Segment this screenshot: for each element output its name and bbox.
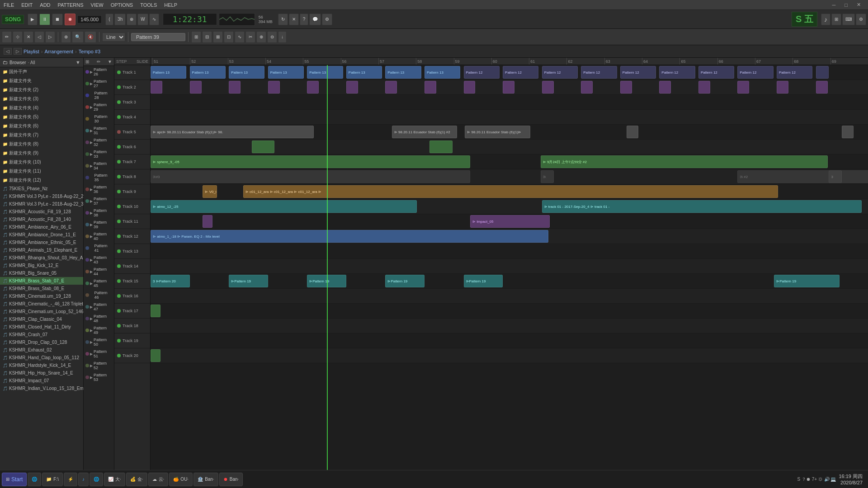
nav-back[interactable]: ◁	[4, 48, 12, 55]
pattern-block-track5-1[interactable]: ⊳ 98.20.11 Ecuador Stab (6)(1) #2	[392, 126, 457, 138]
tb-settings[interactable]: ⚙	[322, 14, 332, 25]
pattern-block-track2-6[interactable]	[385, 81, 397, 94]
sidebar-item-24[interactable]: 🎵KSHMR_Big_Snare_05	[0, 269, 83, 277]
sidebar-item-21[interactable]: 🎵KSHMR_Animals_19_Elephant_E	[0, 246, 83, 254]
taskbar-files[interactable]: 📁 F:\	[42, 473, 63, 486]
pattern-block-track12-0[interactable]: ⊳ atmo_1_-18 ⊳ Param. EQ 2 - Mix level	[151, 230, 548, 243]
pattern-item-47[interactable]: ▶Pattern 47	[84, 301, 114, 313]
pattern-item-45[interactable]: ▶Pattern 45	[84, 277, 114, 289]
bpm-display[interactable]: 145.000	[77, 15, 102, 23]
sidebar-item-2[interactable]: 📁新建文件夹 (2)	[0, 85, 83, 94]
sidebar-item-29[interactable]: 🎵KSHMR_Cinemati.um_Loop_52_146	[0, 308, 83, 315]
sidebar-item-34[interactable]: 🎵KSHMR_Exhaust_02	[0, 346, 83, 354]
track-row-19[interactable]	[151, 333, 868, 348]
menu-tools[interactable]: TOOLS	[137, 2, 160, 8]
zoom-btn[interactable]: 🔍	[72, 31, 84, 43]
tb-cut[interactable]: ✕	[289, 14, 299, 25]
pattern-block-track2-12[interactable]	[620, 81, 632, 94]
track-row-7[interactable]: ⊳ sphere_9_-05⊳ 9月24日 上午7点59分 #2	[151, 155, 868, 169]
arrangement-tracks[interactable]: Pattern 13Pattern 13Pattern 13Pattern 13…	[151, 65, 868, 470]
pattern-block-track6-0[interactable]	[252, 141, 274, 153]
sidebar-item-28[interactable]: 🎵KSHMR_Cinematic_-_46_128 Triplet	[0, 300, 83, 308]
mute-btn[interactable]: 🔇	[85, 31, 96, 43]
pattern-block-track1-14[interactable]: Pattern 12	[698, 66, 734, 79]
pattern-block-track1-7[interactable]: Pattern 13	[425, 66, 460, 79]
sidebar-item-6[interactable]: 📁新建文件夹 (6)	[0, 122, 83, 131]
pattern-block-track15-4[interactable]: ⊳Pattern 19	[464, 275, 503, 287]
pattern-block-track1-8[interactable]: Pattern 12	[464, 66, 500, 79]
pattern-block-track5-0[interactable]: ⊳ apc⊳ 98.20.11 Ecuador Stab (6)(1)⊳ 98.	[151, 126, 314, 138]
pattern-block-track1-15[interactable]: Pattern 12	[737, 66, 773, 79]
breadcrumb-tempo[interactable]: Tempo #3	[79, 49, 100, 54]
pause-button[interactable]: ⏸	[39, 14, 50, 25]
pattern-block-track9-1[interactable]: ⊳ c01_12_ara ⊳ c01_12_ara ⊳ c01_12_ara ⊳	[243, 185, 778, 198]
pattern-block-track5-4[interactable]	[842, 126, 854, 138]
sidebar-item-37[interactable]: 🎵KSHMR_Hip_Hop_Snare_14_E	[0, 369, 83, 377]
pattern-item-36[interactable]: ▶Pattern 36	[84, 183, 114, 195]
zoom-out[interactable]: ▷	[45, 31, 55, 43]
sidebar-item-4[interactable]: 📁新建文件夹 (4)	[0, 103, 83, 113]
taskbar-flash[interactable]: ⚡	[64, 473, 77, 486]
pattern-item-41[interactable]: Pattern 41	[84, 242, 114, 254]
pattern-block-track11-1[interactable]: ⊳ Impact_05	[470, 215, 550, 228]
pattern-block-track1-11[interactable]: Pattern 12	[581, 66, 617, 79]
transport-extra-2[interactable]: 3h	[114, 14, 126, 25]
pattern-block-track11-0[interactable]	[203, 215, 212, 228]
tb-refresh[interactable]: ↻	[278, 14, 288, 25]
pattern-tool-7[interactable]: ⊕	[256, 31, 266, 43]
pattern-item-27[interactable]: ▶Pattern 27	[84, 78, 114, 89]
sidebar-item-36[interactable]: 🎵KSHMR_Hardstyle_Kick_14_E	[0, 361, 83, 369]
pattern-block-track1-13[interactable]: Pattern 12	[659, 66, 695, 79]
transport-extra-5[interactable]: ∿	[149, 14, 159, 25]
pattern-item-31[interactable]: ▶Pattern 31	[84, 125, 114, 136]
sidebar-item-39[interactable]: 🎵KSHMR_Indian_V.Loop_15_128_Em	[0, 385, 83, 392]
sidebar-item-15[interactable]: 🎵KSHMR Vol.3 PyLe - 2018-Aug-22_3	[0, 200, 83, 208]
pattern-block-track2-4[interactable]	[307, 81, 319, 94]
track-row-6[interactable]	[151, 140, 868, 155]
pattern-list-icon1[interactable]: ⊞	[85, 59, 89, 64]
pattern-item-28[interactable]: Pattern 28	[84, 89, 114, 101]
pattern-tool-3[interactable]: ⊠	[213, 31, 223, 43]
pattern-tool-5[interactable]: ∿	[235, 31, 245, 43]
pattern-item-52[interactable]: ▶Pattern 52	[84, 360, 114, 371]
pattern-item-48[interactable]: ▶Pattern 48	[84, 313, 114, 324]
sidebar-item-9[interactable]: 📁新建文件夹 (9)	[0, 149, 83, 158]
pattern-block-track6-1[interactable]	[429, 141, 452, 153]
track-row-20[interactable]	[151, 348, 868, 363]
pattern-item-35[interactable]: Pattern 35	[84, 172, 114, 183]
menu-patterns[interactable]: PATTERNS	[54, 2, 87, 8]
pattern-item-33[interactable]: ▶Pattern 33	[84, 148, 114, 160]
sidebar-item-27[interactable]: 🎵KSHMR_Cinemati.um_19_128	[0, 292, 83, 300]
play-button[interactable]: ▶	[28, 14, 38, 25]
pattern-block-track1-9[interactable]: Pattern 12	[503, 66, 538, 79]
track-row-4[interactable]	[151, 110, 868, 125]
sidebar-item-22[interactable]: 🎵KSHMR_Bhangra_Shout_03_Hey_A	[0, 254, 83, 262]
pattern-block-track7-0[interactable]: ⊳ sphere_9_-05	[151, 155, 470, 168]
logo-btn-3[interactable]: ⌨	[842, 14, 855, 25]
record-button[interactable]: ⏺	[65, 14, 75, 25]
sidebar-item-8[interactable]: 📁新建文件夹 (8)	[0, 140, 83, 149]
sidebar-item-1[interactable]: 📁新建文件夹	[0, 76, 83, 85]
logo-btn-2[interactable]: ⊞	[831, 14, 841, 25]
taskbar-stock2[interactable]: 💰 金·	[126, 473, 147, 486]
pattern-item-29[interactable]: ▶Pattern 29	[84, 101, 114, 113]
pattern-block-track1-6[interactable]: Pattern 13	[385, 66, 421, 79]
sidebar-item-12[interactable]: 📁新建文件夹 (12)	[0, 176, 83, 185]
pattern-block-track1-4[interactable]: Pattern 13	[307, 66, 343, 79]
pattern-block-track8-1[interactable]: 3\	[541, 170, 554, 183]
pattern-block-track15-5[interactable]: ⊳Pattern 19	[774, 275, 839, 287]
pattern-block-track2-0[interactable]	[151, 81, 162, 94]
sidebar-item-10[interactable]: 📁新建文件夹 (10)	[0, 158, 83, 167]
pattern-block-track2-8[interactable]	[464, 81, 476, 94]
pattern-tool-4[interactable]: ⊡	[224, 31, 234, 43]
pattern-block-track8-0[interactable]: 3\#3	[151, 170, 470, 183]
maximize-btn[interactable]: □	[841, 2, 851, 8]
select-tool[interactable]: ⊹	[13, 31, 23, 43]
pattern-item-26[interactable]: ▶Pattern 26	[84, 66, 114, 78]
transport-extra-4[interactable]: W	[137, 14, 148, 25]
pattern-item-40[interactable]: ▶Pattern 40	[84, 230, 114, 242]
track-row-15[interactable]: 3 ⊳Pattern 20⊳Pattern 19⊳Pattern 19⊳Patt…	[151, 274, 868, 289]
track-row-12[interactable]: ⊳ atmo_1_-18 ⊳ Param. EQ 2 - Mix level	[151, 229, 868, 244]
pattern-item-51[interactable]: ▶Pattern 51	[84, 348, 114, 360]
sidebar-item-38[interactable]: 🎵KSHMR_Impact_07	[0, 377, 83, 385]
